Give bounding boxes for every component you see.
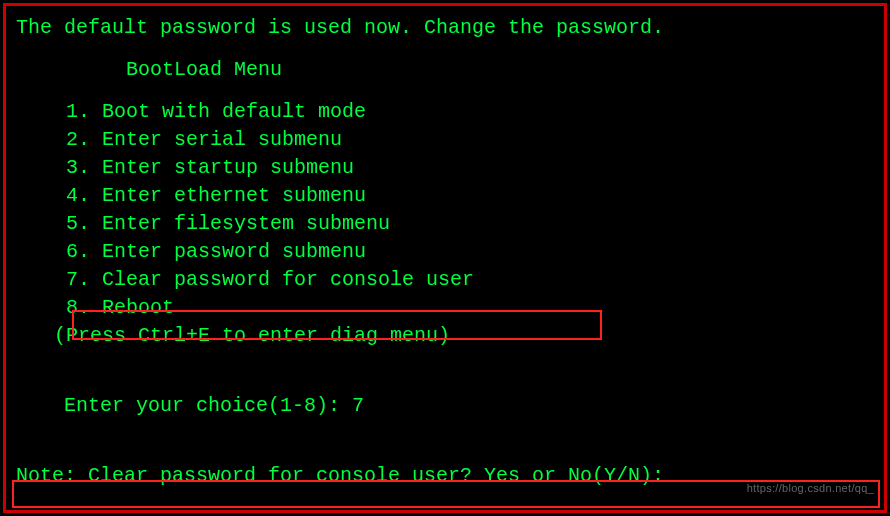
menu-item-7[interactable]: 7. Clear password for console user bbox=[6, 266, 884, 294]
spacer bbox=[6, 42, 884, 56]
terminal-window: The default password is used now. Change… bbox=[3, 3, 887, 513]
menu-item-1[interactable]: 1. Boot with default mode bbox=[6, 98, 884, 126]
menu-item-3[interactable]: 3. Enter startup submenu bbox=[6, 154, 884, 182]
menu-item-2[interactable]: 2. Enter serial submenu bbox=[6, 126, 884, 154]
spacer bbox=[6, 84, 884, 98]
choice-prompt: Enter your choice(1-8): bbox=[64, 394, 352, 417]
spacer bbox=[6, 448, 884, 462]
choice-prompt-line: Enter your choice(1-8): 7 bbox=[6, 364, 884, 448]
menu-item-6[interactable]: 6. Enter password submenu bbox=[6, 238, 884, 266]
confirm-prompt[interactable]: Note: Clear password for console user? Y… bbox=[6, 462, 884, 490]
warning-line: The default password is used now. Change… bbox=[6, 14, 884, 42]
spacer bbox=[6, 350, 884, 364]
menu-item-8[interactable]: 8. Reboot bbox=[6, 294, 884, 322]
menu-item-4[interactable]: 4. Enter ethernet submenu bbox=[6, 182, 884, 210]
menu-title: BootLoad Menu bbox=[6, 56, 884, 84]
menu-item-5[interactable]: 5. Enter filesystem submenu bbox=[6, 210, 884, 238]
choice-input[interactable]: 7 bbox=[352, 394, 364, 417]
diag-hint: (Press Ctrl+E to enter diag menu) bbox=[6, 322, 884, 350]
